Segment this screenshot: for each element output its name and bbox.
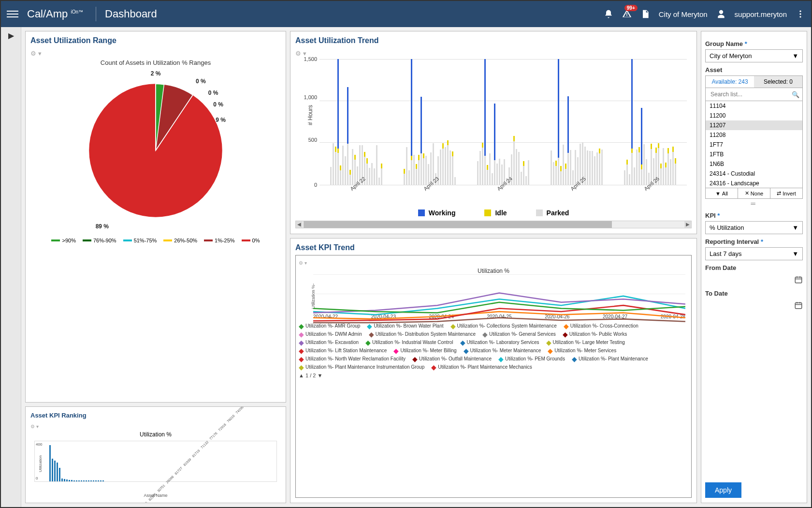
divider <box>96 7 96 21</box>
asset-list-item[interactable]: 1N6B <box>706 159 802 169</box>
asset-list-item[interactable]: 1FT7 <box>706 140 802 149</box>
horizontal-scrollbar[interactable]: ◀ ▶ <box>295 221 692 228</box>
legend-item[interactable]: 76%-90% <box>83 238 116 243</box>
asset-search-row: 🔍 <box>705 88 803 101</box>
kebab-menu-icon[interactable] <box>796 9 805 19</box>
trend-bar-chart[interactable]: # Hours 1,500 1,000 500 0 April 22 April… <box>319 59 687 185</box>
scroll-left-arrow[interactable]: ◀ <box>296 221 303 228</box>
legend-item[interactable]: ◆Utilization %- Public Works <box>563 330 627 338</box>
y-tick: 400 <box>36 442 42 447</box>
bell-icon[interactable] <box>604 9 613 19</box>
scroll-right-arrow[interactable]: ▶ <box>684 221 691 228</box>
pie-chart[interactable] <box>86 80 226 221</box>
funnel-icon: ▼ <box>715 191 721 196</box>
document-icon[interactable] <box>640 9 650 19</box>
legend-item[interactable]: ◆Utilization %- PEM Grounds <box>498 355 565 362</box>
slice-label: 0 % <box>196 78 206 85</box>
asset-list-item[interactable]: 11200 <box>706 111 802 120</box>
calendar-icon[interactable] <box>794 275 803 284</box>
alert-badge-wrap[interactable]: 99+ <box>622 9 632 20</box>
asset-list-item[interactable]: 11208 <box>706 130 802 140</box>
legend-item[interactable]: ◆Utilization %- DWM Admin <box>299 330 362 338</box>
asset-list-item[interactable]: 11207 <box>706 120 802 130</box>
interval-select[interactable]: Last 7 days▼ <box>705 247 803 260</box>
y-tick: 0 <box>300 182 317 188</box>
user-name[interactable]: support.meryton <box>735 10 787 18</box>
legend-item[interactable]: 1%-25% <box>204 238 235 243</box>
asset-kpi-ranking-panel: Asset KPI Ranking ⚙ ▾ Utilization % Util… <box>25 406 286 503</box>
group-name-select[interactable]: City of Meryton▼ <box>705 49 803 62</box>
chevron-right-icon: ▶ <box>8 31 14 40</box>
asset-list-item[interactable]: 24314 - Custodial <box>706 169 802 179</box>
asset-list[interactable]: 111041120011207112081FT71FTB1N6B24314 - … <box>705 101 803 188</box>
legend-pager[interactable]: ▲ 1 / 2 ▼ <box>299 373 688 378</box>
slice-label: 89 % <box>96 223 109 230</box>
legend-item[interactable]: ◆Utilization %- Meter Services <box>548 347 616 354</box>
legend-item[interactable]: ◆Utilization %- Meter Billing <box>393 347 456 354</box>
legend-item[interactable]: ◆Utilization %- Distribution System Main… <box>369 330 476 338</box>
legend-item[interactable]: 51%-75% <box>123 238 157 243</box>
resize-handle[interactable]: ═ <box>705 199 803 208</box>
trend-day-group <box>613 59 687 185</box>
legend-item[interactable]: ◆Utilization %- North Water Reclamation … <box>299 355 406 362</box>
user-icon <box>716 9 726 19</box>
asset-kpi-trend-panel: Asset KPI Trend ⚙ ▾ Utilization % Utiliz… <box>290 238 697 503</box>
trend-legend: WorkingIdleParked <box>295 209 692 217</box>
legend-item[interactable]: ◆Utilization %- Plant Maintenance <box>572 355 648 362</box>
legend-item[interactable]: ◆Utilization %- General Services <box>482 330 556 338</box>
filter-all-button[interactable]: ▼All <box>706 188 738 198</box>
legend-item[interactable]: ◆Utilization %- Outfall Maintenance <box>412 355 492 362</box>
filter-none-button[interactable]: ✕None <box>738 188 770 198</box>
slice-label: 9 % <box>216 117 226 123</box>
asset-list-item[interactable]: 24316 - Landscape <box>706 179 802 188</box>
legend-item[interactable]: 0% <box>242 238 260 243</box>
invert-icon: ⇄ <box>777 190 781 196</box>
scrollbar-thumb[interactable] <box>304 221 612 228</box>
sidebar-expand-toggle[interactable]: ▶ <box>1 27 21 507</box>
panel-title: Asset Utilization Trend <box>295 36 692 45</box>
svg-rect-6 <box>795 277 802 283</box>
kpi-line-chart[interactable]: Utilization %- <box>313 274 685 313</box>
legend-item[interactable]: ◆Utilization %- Industrial Waste Control <box>365 339 453 346</box>
gear-icon[interactable]: ⚙ ▾ <box>299 260 688 266</box>
y-tick: 1,500 <box>300 56 317 62</box>
legend-item[interactable]: ◆Utilization %- Meter Maintenance <box>464 347 541 354</box>
chevron-down-icon: ▼ <box>792 250 798 257</box>
svg-rect-10 <box>795 303 802 309</box>
gear-icon[interactable]: ⚙ ▾ <box>30 424 281 429</box>
chevron-down-icon: ▼ <box>792 52 798 60</box>
kpi-legend: ◆Utilization %- AMR Group◆Utilization %-… <box>299 322 688 371</box>
chart-subtitle: Count of Assets in Utilization % Ranges <box>30 59 281 66</box>
trend-day-group <box>393 59 466 185</box>
legend-item[interactable]: Idle <box>484 209 507 217</box>
gear-icon[interactable]: ⚙ ▾ <box>295 50 692 57</box>
legend-item[interactable]: ◆Utilization %- Large Meter Testing <box>546 339 625 346</box>
tab-available[interactable]: Available: 243 <box>706 76 754 88</box>
slice-label: 2 % <box>151 70 161 77</box>
legend-item[interactable]: ◆Utilization %- Excavation <box>299 339 359 346</box>
apply-button[interactable]: Apply <box>705 482 741 498</box>
legend-item[interactable]: ◆Utilization %- Plant Maintenance Instru… <box>299 363 424 371</box>
legend-item[interactable]: ◆Utilization %- Plant Maintenance Mechan… <box>431 363 532 371</box>
hamburger-menu-icon[interactable] <box>7 8 18 20</box>
trend-day-group <box>319 59 393 185</box>
tab-selected[interactable]: Selected: 0 <box>754 76 802 88</box>
asset-search-input[interactable] <box>709 89 792 100</box>
app-logo: Cal/Amp iOn™ <box>27 8 83 20</box>
asset-list-item[interactable]: 1FTB <box>706 149 802 159</box>
search-icon[interactable]: 🔍 <box>792 91 799 98</box>
legend-item[interactable]: ◆Utilization %- Laboratory Services <box>460 339 539 346</box>
ranking-bar-chart[interactable]: Utilization 400 0 <box>34 441 277 482</box>
legend-item[interactable]: >90% <box>51 238 75 243</box>
legend-item[interactable]: ◆Utilization %- Lift Station Maintenance <box>299 347 387 354</box>
kpi-select[interactable]: % Utilization▼ <box>705 221 803 234</box>
alert-count-badge: 99+ <box>624 5 638 11</box>
legend-item[interactable]: Parked <box>536 209 569 217</box>
org-name[interactable]: City of Meryton <box>659 10 708 18</box>
filter-invert-button[interactable]: ⇄Invert <box>770 188 802 198</box>
legend-item[interactable]: 26%-50% <box>163 238 197 243</box>
gear-icon[interactable]: ⚙ ▾ <box>30 50 281 57</box>
calendar-icon[interactable] <box>794 301 803 310</box>
legend-item[interactable]: Working <box>418 209 456 217</box>
asset-list-item[interactable]: 11104 <box>706 101 802 111</box>
